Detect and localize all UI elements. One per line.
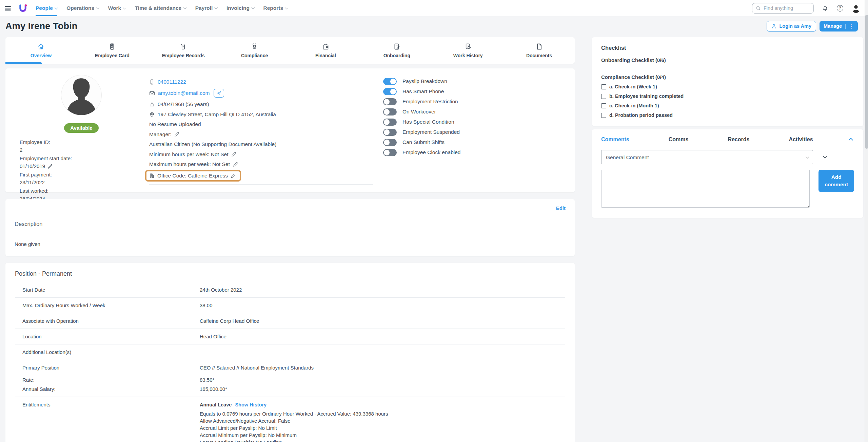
comment-category-select[interactable]: General Comment [601, 150, 813, 164]
show-history-link[interactable]: Show History [235, 402, 267, 407]
toggle-employment-suspended[interactable] [383, 129, 397, 136]
toggle-on-workcover[interactable] [383, 108, 397, 115]
medal-icon [251, 43, 258, 50]
toggle-employee-clock[interactable] [383, 149, 397, 156]
entitlement-line: Accrual Limit per Payslip: No Limit [200, 426, 388, 430]
tab-comments[interactable]: Comments [601, 136, 629, 143]
email-link[interactable]: amy.tobin@email.com [158, 90, 210, 96]
page-scrollbar[interactable] [865, 0, 868, 442]
nav-item-people[interactable]: People [36, 0, 57, 16]
position-row: Primary Position CEO // Salaried // Nati… [15, 360, 565, 375]
nav-item-invoicing[interactable]: Invoicing [226, 0, 254, 16]
checklist-item: c. Check-in (Month 1) [601, 103, 854, 108]
description-card: Edit Description None given [5, 199, 575, 256]
max-hours-text: Maximum hours per week: Not Set [149, 161, 230, 167]
position-row: Max. Ordinary Hours Worked / Week 38.00 [15, 298, 565, 313]
chevron-down-icon [285, 6, 288, 9]
compliance-checklist-section[interactable]: Compliance Checklist (0/4) [601, 74, 854, 80]
checklist-card: Checklist Onboarding Checklist (0/6) Com… [592, 37, 863, 126]
nav-item-operations[interactable]: Operations [66, 0, 99, 16]
position-row: Annual Salary: 165,000.00* [15, 384, 565, 397]
checklist-item: a. Check-in (Week 1) [601, 84, 854, 89]
description-heading: Description [15, 221, 43, 227]
details-divider [149, 184, 373, 185]
edit-description-link[interactable]: Edit [556, 205, 566, 211]
position-card: Position - Permanent Start Date 24th Oct… [5, 263, 575, 442]
document-clock-icon [465, 43, 472, 50]
tab-records[interactable]: Records [728, 136, 749, 143]
toggle-can-submit-shifts[interactable] [383, 139, 397, 146]
employee-meta: Employee ID: 2 Employment start date: 01… [20, 139, 149, 202]
entitlement-line: Leave Loading Payable: No Loading [200, 440, 388, 442]
brand-logo[interactable] [18, 4, 27, 13]
employee-avatar [61, 75, 101, 115]
search-input[interactable] [764, 5, 808, 11]
login-as-button[interactable]: Login as Amy [767, 21, 816, 31]
entitlement-name: Annual Leave [200, 402, 232, 407]
tab-employee-records[interactable]: Employee Records [148, 37, 219, 64]
checklist-checkbox[interactable] [601, 103, 606, 108]
tab-work-history[interactable]: Work History [432, 37, 504, 64]
birthday-cake-icon [149, 102, 155, 107]
collapse-panel-icon[interactable] [848, 136, 854, 143]
checklist-checkbox[interactable] [601, 113, 606, 118]
nav-item-work[interactable]: Work [108, 0, 126, 16]
nav-item-time-attendance[interactable]: Time & attendance [135, 0, 186, 16]
entitlement-line: Accrual Minimum per Payslip: No Minimum [200, 433, 388, 438]
chevron-down-icon [96, 6, 99, 9]
edit-office-code-icon[interactable] [231, 173, 236, 178]
wallet-icon [322, 43, 329, 50]
toggle-employment-restriction[interactable] [383, 98, 397, 105]
checklist-item: b. Employee training completed [601, 93, 854, 99]
tab-compliance[interactable]: Compliance [219, 37, 290, 64]
add-comment-button[interactable]: Add comment [818, 170, 854, 192]
meta-label: First payment: [20, 171, 149, 178]
comment-textarea[interactable] [601, 170, 810, 208]
address-text: 197 Clewley Street, Camp Hill QLD 4152, … [158, 111, 276, 118]
send-email-button[interactable] [214, 89, 224, 98]
entitlement-line: Allow Advanced/Negative Accrual: False [200, 419, 388, 423]
checklist-heading: Checklist [601, 45, 854, 51]
toggle-payslip-breakdown[interactable] [383, 78, 397, 85]
office-building-icon [149, 173, 155, 178]
edit-min-hours-icon[interactable] [231, 152, 236, 157]
position-row: Associate with Operation Caffeine Corp H… [15, 313, 565, 329]
help-icon[interactable]: ? [837, 5, 843, 12]
notifications-bell-icon[interactable] [822, 5, 829, 12]
meta-label: Employment start date: [20, 155, 149, 162]
checklist-checkbox[interactable] [601, 94, 606, 99]
manage-button[interactable]: Manage ⋮ [820, 21, 858, 31]
meta-label: Employee ID: [20, 139, 149, 146]
hamburger-menu-icon[interactable] [5, 6, 11, 10]
tab-onboarding[interactable]: Onboarding [361, 37, 432, 64]
onboarding-checklist-section[interactable]: Onboarding Checklist (0/6) [601, 57, 854, 68]
account-avatar[interactable] [851, 4, 861, 13]
tab-documents[interactable]: Documents [504, 37, 575, 64]
nav-item-payroll[interactable]: Payroll [195, 0, 217, 16]
edit-max-hours-icon[interactable] [233, 162, 238, 167]
checklist-checkbox[interactable] [601, 84, 606, 89]
scrollbar-thumb[interactable] [865, 15, 868, 149]
toggle-has-special-condition[interactable] [383, 119, 397, 126]
comment-category-select-wrap: General Comment [601, 150, 813, 164]
edit-pencil-icon[interactable] [47, 164, 53, 169]
position-row: Additional Location(s) [15, 344, 565, 360]
toggle-has-smart-phone[interactable] [383, 88, 397, 95]
position-row: Location Head Office [15, 329, 565, 344]
tab-activities[interactable]: Activities [789, 136, 813, 143]
checklist-item: d. Probation period passed [601, 112, 854, 118]
tab-comms[interactable]: Comms [669, 136, 689, 143]
global-search [752, 3, 814, 14]
meta-value: 01/10/2019 [20, 163, 45, 170]
phone-link[interactable]: 0400111222 [158, 79, 186, 85]
resume-status-text: No Resume Uploaded [149, 121, 201, 127]
home-icon [37, 43, 44, 50]
tab-employee-card[interactable]: Employee Card [77, 37, 148, 64]
phone-icon [149, 79, 155, 85]
edit-manager-icon[interactable] [174, 132, 179, 137]
primary-nav: People Operations Work Time & attendance… [36, 0, 297, 16]
expand-chevron-icon[interactable] [822, 154, 828, 160]
nav-item-reports[interactable]: Reports [263, 0, 288, 16]
tab-financial[interactable]: Financial [290, 37, 361, 64]
tab-overview[interactable]: Overview [5, 37, 77, 64]
